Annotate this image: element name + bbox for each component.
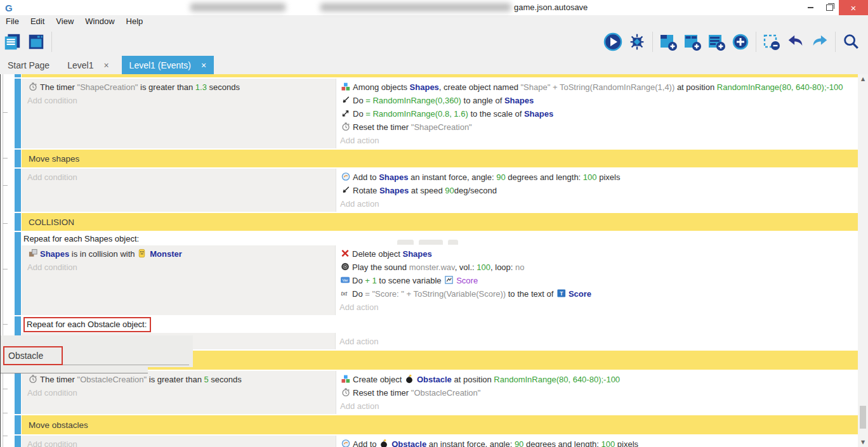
- action-line[interactable]: Do = RandomInRange(0,360) to angle of Sh…: [340, 94, 853, 107]
- event-row: Add conditionAdd to Obstacle an instant …: [1, 436, 858, 447]
- tab-close-icon[interactable]: ×: [103, 60, 109, 70]
- menu-window[interactable]: Window: [79, 16, 120, 26]
- repeat-header-label: Repeat for each Shapes object:: [23, 234, 139, 243]
- scene-editor-button[interactable]: [25, 31, 47, 53]
- event-selection-bar[interactable]: [15, 415, 21, 434]
- project-manager-button[interactable]: [1, 31, 23, 53]
- event-selection-bar[interactable]: [15, 150, 21, 167]
- action-line[interactable]: VarDo + 1 to scene variable Score: [339, 274, 853, 287]
- tree-tick: [3, 324, 8, 325]
- event-selection-bar[interactable]: [15, 79, 21, 148]
- tab-bar: Start Page Level1 × Level1 (Events) ×: [0, 56, 868, 74]
- text-segment: = "Score: " + ToString(Variable(Score)): [365, 289, 506, 299]
- event-selection-bar[interactable]: [15, 232, 21, 315]
- repeat-event-header[interactable]: Repeat for each Obstacle object:: [22, 316, 858, 333]
- tab-start-page[interactable]: Start Page: [0, 56, 57, 74]
- hover-toolbar-stub[interactable]: [397, 240, 414, 245]
- strip-row: [1, 74, 858, 77]
- text-segment: + 1: [365, 276, 376, 285]
- conditions-column: The timer "ObstacleCreation" is greater …: [22, 371, 336, 414]
- action-line[interactable]: txtDo = "Score: " + ToString(Variable(Sc…: [339, 287, 853, 301]
- text-segment: no: [515, 262, 524, 272]
- menu-file[interactable]: File: [0, 16, 25, 26]
- undo-button[interactable]: [785, 31, 806, 53]
- event-selection-bar[interactable]: [15, 213, 21, 231]
- condition-line-add[interactable]: Add condition: [27, 171, 331, 184]
- add-event-icon: [658, 32, 678, 52]
- text-segment: 90: [445, 186, 454, 195]
- event-selection-bar[interactable]: [15, 74, 21, 77]
- text-segment: Do: [353, 96, 365, 105]
- comment-row[interactable]: COLLISION: [22, 213, 858, 231]
- comment-row[interactable]: Move obstacles: [22, 415, 858, 434]
- condition-line-add[interactable]: Add condition: [27, 261, 330, 274]
- minimize-button[interactable]: [801, 0, 820, 15]
- angle-icon: [341, 95, 351, 105]
- event-selection-bar[interactable]: [15, 436, 21, 447]
- event-selection-bar[interactable]: [15, 169, 21, 212]
- tab-level1[interactable]: Level1 ×: [60, 56, 116, 74]
- action-line[interactable]: Delete object Shapes: [339, 247, 853, 261]
- condition-line-add[interactable]: Add condition: [27, 437, 331, 447]
- add-comment-button[interactable]: [706, 31, 727, 53]
- add-circle-icon: [730, 32, 751, 52]
- text-segment: pixels: [615, 439, 638, 447]
- close-button[interactable]: ×: [839, 0, 868, 15]
- menu-help[interactable]: Help: [121, 16, 149, 26]
- action-line[interactable]: Add to Shapes an instant force, angle: 9…: [340, 171, 853, 184]
- action-line[interactable]: Play the sound monster.wav, vol.: 100, l…: [339, 261, 853, 274]
- object-name-input[interactable]: Obstacle: [3, 346, 63, 365]
- blurred-title-segment: [320, 3, 511, 11]
- action-line-add[interactable]: Add action: [340, 399, 853, 413]
- action-line[interactable]: Do = RandomInRange(0.8, 1.6) to the scal…: [340, 107, 853, 120]
- force-icon: [341, 439, 351, 447]
- action-line-add[interactable]: Add action: [340, 134, 853, 147]
- condition-line[interactable]: The timer "ObstacleCreation" is greater …: [27, 373, 331, 386]
- scroll-down-arrow[interactable]: ▼: [858, 437, 868, 447]
- remove-event-button[interactable]: [761, 31, 782, 53]
- event-selection-bar[interactable]: [15, 371, 21, 414]
- condition-line-add[interactable]: Add condition: [27, 94, 331, 107]
- conditions-column: The timer "ShapeCreation" is greater tha…: [22, 79, 336, 148]
- text-segment: at speed: [409, 186, 445, 195]
- action-line-add[interactable]: Add action: [340, 197, 853, 211]
- text-segment: Monster: [150, 249, 182, 259]
- action-line-add[interactable]: Add action: [339, 301, 853, 314]
- action-line[interactable]: Reset the timer "ShapeCreation": [340, 120, 853, 134]
- menu-bar: File Edit View Window Help: [0, 15, 868, 27]
- menu-edit[interactable]: Edit: [25, 16, 50, 26]
- action-line[interactable]: Rotate Shapes at speed 90deg/second: [340, 184, 853, 197]
- preview-button[interactable]: [602, 31, 624, 53]
- scroll-up-arrow[interactable]: ▲: [858, 74, 868, 84]
- condition-line[interactable]: Shapes is in collision with Monster: [27, 247, 330, 261]
- action-line[interactable]: Create object Obstacle at position Rando…: [340, 373, 853, 386]
- action-line[interactable]: Among objects Shapes, create object name…: [340, 81, 853, 94]
- tab-close-icon[interactable]: ×: [201, 60, 206, 70]
- add-subevent-button[interactable]: [681, 31, 703, 53]
- window-controls: ×: [801, 0, 868, 15]
- tab-level1-events[interactable]: Level1 (Events) ×: [122, 56, 214, 74]
- add-event-button[interactable]: [657, 31, 679, 53]
- action-line[interactable]: Add to Obstacle an instant force, angle:…: [340, 437, 853, 447]
- comment-row[interactable]: Move shapes: [22, 150, 858, 167]
- actions-column: Add to Obstacle an instant force, angle:…: [336, 436, 858, 447]
- vertical-scrollbar[interactable]: ▲ ▼: [858, 74, 868, 447]
- scrollbar-thumb[interactable]: [860, 406, 866, 429]
- restore-button[interactable]: [820, 0, 839, 15]
- redo-button[interactable]: [809, 31, 831, 53]
- create-object-icon: [341, 374, 351, 384]
- condition-line[interactable]: The timer "ShapeCreation" is greater tha…: [27, 81, 331, 94]
- action-line-add[interactable]: Add action: [339, 335, 853, 348]
- search-button[interactable]: [840, 31, 862, 53]
- hover-toolbar-stub[interactable]: [448, 240, 458, 245]
- add-other-button[interactable]: [730, 31, 751, 53]
- hover-toolbar-stub[interactable]: [419, 240, 443, 245]
- text-segment: Reset the timer: [353, 388, 411, 398]
- toolbar-separator: [835, 32, 836, 52]
- condition-line-add[interactable]: Add condition: [27, 386, 331, 399]
- menu-view[interactable]: View: [50, 16, 79, 26]
- action-line[interactable]: Reset the timer "ObstacleCreation": [340, 386, 853, 399]
- debug-button[interactable]: [626, 31, 648, 53]
- conditions-column: Add condition: [22, 169, 336, 212]
- text-object-icon: T: [556, 288, 567, 298]
